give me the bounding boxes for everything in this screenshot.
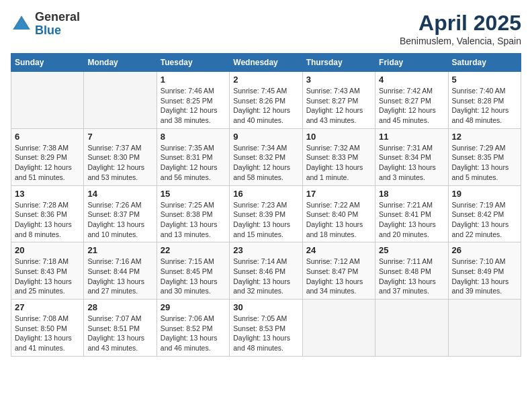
day-number: 12 <box>452 132 517 142</box>
day-number: 26 <box>452 245 517 255</box>
day-info: Sunrise: 7:31 AM Sunset: 8:34 PM Dayligh… <box>379 143 444 183</box>
day-number: 4 <box>379 75 444 85</box>
logo: General Blue <box>11 11 80 38</box>
day-number: 29 <box>161 302 226 312</box>
day-cell: 19Sunrise: 7:19 AM Sunset: 8:42 PM Dayli… <box>448 185 521 242</box>
day-number: 23 <box>233 245 298 255</box>
day-number: 1 <box>161 75 226 85</box>
day-number: 24 <box>306 245 371 255</box>
day-info: Sunrise: 7:08 AM Sunset: 8:50 PM Dayligh… <box>15 314 80 353</box>
day-number: 6 <box>15 132 80 142</box>
header-row: SundayMondayTuesdayWednesdayThursdayFrid… <box>11 54 521 72</box>
day-cell: 2Sunrise: 7:45 AM Sunset: 8:26 PM Daylig… <box>230 72 302 129</box>
week-row-1: 1Sunrise: 7:46 AM Sunset: 8:25 PM Daylig… <box>11 72 521 129</box>
day-number: 28 <box>87 302 152 312</box>
header-day-wednesday: Wednesday <box>230 54 302 72</box>
logo-blue: Blue <box>35 24 80 38</box>
day-cell <box>11 72 84 129</box>
day-cell: 14Sunrise: 7:26 AM Sunset: 8:37 PM Dayli… <box>84 185 157 242</box>
day-cell: 21Sunrise: 7:16 AM Sunset: 8:44 PM Dayli… <box>84 242 157 300</box>
header-day-monday: Monday <box>84 54 157 72</box>
day-cell: 7Sunrise: 7:37 AM Sunset: 8:30 PM Daylig… <box>84 128 157 185</box>
day-number: 21 <box>87 245 152 255</box>
day-info: Sunrise: 7:19 AM Sunset: 8:42 PM Dayligh… <box>452 200 517 240</box>
day-info: Sunrise: 7:32 AM Sunset: 8:33 PM Dayligh… <box>306 143 371 183</box>
day-cell: 20Sunrise: 7:18 AM Sunset: 8:43 PM Dayli… <box>11 242 84 300</box>
day-cell: 18Sunrise: 7:21 AM Sunset: 8:41 PM Dayli… <box>375 185 448 242</box>
header-day-saturday: Saturday <box>448 54 521 72</box>
day-number: 25 <box>379 245 444 255</box>
day-number: 16 <box>233 189 298 199</box>
logo-icon <box>11 13 32 35</box>
day-cell: 13Sunrise: 7:28 AM Sunset: 8:36 PM Dayli… <box>11 185 84 242</box>
day-number: 22 <box>161 245 226 255</box>
day-cell: 11Sunrise: 7:31 AM Sunset: 8:34 PM Dayli… <box>375 128 448 185</box>
day-info: Sunrise: 7:10 AM Sunset: 8:49 PM Dayligh… <box>452 257 517 296</box>
day-info: Sunrise: 7:23 AM Sunset: 8:39 PM Dayligh… <box>233 200 298 240</box>
day-info: Sunrise: 7:15 AM Sunset: 8:45 PM Dayligh… <box>161 257 226 296</box>
day-info: Sunrise: 7:40 AM Sunset: 8:28 PM Dayligh… <box>452 86 517 126</box>
day-cell: 26Sunrise: 7:10 AM Sunset: 8:49 PM Dayli… <box>448 242 521 300</box>
day-info: Sunrise: 7:16 AM Sunset: 8:44 PM Dayligh… <box>87 257 152 296</box>
day-cell: 3Sunrise: 7:43 AM Sunset: 8:27 PM Daylig… <box>302 72 375 129</box>
day-info: Sunrise: 7:14 AM Sunset: 8:46 PM Dayligh… <box>233 257 298 296</box>
day-info: Sunrise: 7:11 AM Sunset: 8:48 PM Dayligh… <box>379 257 444 296</box>
header-day-friday: Friday <box>375 54 448 72</box>
day-cell: 22Sunrise: 7:15 AM Sunset: 8:45 PM Dayli… <box>157 242 229 300</box>
day-cell: 25Sunrise: 7:11 AM Sunset: 8:48 PM Dayli… <box>375 242 448 300</box>
calendar-table: SundayMondayTuesdayWednesdayThursdayFrid… <box>11 53 521 357</box>
calendar-body: 1Sunrise: 7:46 AM Sunset: 8:25 PM Daylig… <box>11 72 521 357</box>
day-number: 3 <box>306 75 371 85</box>
day-number: 2 <box>233 75 298 85</box>
header-day-sunday: Sunday <box>11 54 84 72</box>
day-info: Sunrise: 7:38 AM Sunset: 8:29 PM Dayligh… <box>15 143 80 183</box>
header-day-tuesday: Tuesday <box>157 54 229 72</box>
day-info: Sunrise: 7:26 AM Sunset: 8:37 PM Dayligh… <box>87 200 152 240</box>
day-cell: 5Sunrise: 7:40 AM Sunset: 8:28 PM Daylig… <box>448 72 521 129</box>
day-number: 15 <box>161 189 226 199</box>
day-info: Sunrise: 7:43 AM Sunset: 8:27 PM Dayligh… <box>306 86 371 126</box>
week-row-5: 27Sunrise: 7:08 AM Sunset: 8:50 PM Dayli… <box>11 300 521 357</box>
day-number: 27 <box>15 302 80 312</box>
day-info: Sunrise: 7:28 AM Sunset: 8:36 PM Dayligh… <box>15 200 80 240</box>
day-cell <box>84 72 157 129</box>
day-cell <box>302 300 375 357</box>
day-cell: 29Sunrise: 7:06 AM Sunset: 8:52 PM Dayli… <box>157 300 229 357</box>
day-info: Sunrise: 7:45 AM Sunset: 8:26 PM Dayligh… <box>233 86 298 126</box>
day-info: Sunrise: 7:29 AM Sunset: 8:35 PM Dayligh… <box>452 143 517 183</box>
day-cell: 4Sunrise: 7:42 AM Sunset: 8:27 PM Daylig… <box>375 72 448 129</box>
day-info: Sunrise: 7:22 AM Sunset: 8:40 PM Dayligh… <box>306 200 371 240</box>
logo-general: General <box>35 11 80 24</box>
day-cell: 24Sunrise: 7:12 AM Sunset: 8:47 PM Dayli… <box>302 242 375 300</box>
day-number: 17 <box>306 189 371 199</box>
day-number: 14 <box>87 189 152 199</box>
calendar-header: SundayMondayTuesdayWednesdayThursdayFrid… <box>11 54 521 72</box>
day-number: 9 <box>233 132 298 142</box>
day-cell: 15Sunrise: 7:25 AM Sunset: 8:38 PM Dayli… <box>157 185 229 242</box>
day-cell: 8Sunrise: 7:35 AM Sunset: 8:31 PM Daylig… <box>157 128 229 185</box>
day-number: 30 <box>233 302 298 312</box>
day-number: 20 <box>15 245 80 255</box>
day-info: Sunrise: 7:12 AM Sunset: 8:47 PM Dayligh… <box>306 257 371 296</box>
week-row-4: 20Sunrise: 7:18 AM Sunset: 8:43 PM Dayli… <box>11 242 521 300</box>
header: General Blue April 2025 Benimuslem, Vale… <box>11 11 521 46</box>
day-number: 8 <box>161 132 226 142</box>
day-info: Sunrise: 7:06 AM Sunset: 8:52 PM Dayligh… <box>161 314 226 353</box>
month-title: April 2025 <box>400 11 521 36</box>
day-cell: 17Sunrise: 7:22 AM Sunset: 8:40 PM Dayli… <box>302 185 375 242</box>
day-cell: 10Sunrise: 7:32 AM Sunset: 8:33 PM Dayli… <box>302 128 375 185</box>
day-number: 13 <box>15 189 80 199</box>
day-info: Sunrise: 7:34 AM Sunset: 8:32 PM Dayligh… <box>233 143 298 183</box>
location: Benimuslem, Valencia, Spain <box>400 36 521 46</box>
day-number: 18 <box>379 189 444 199</box>
day-number: 19 <box>452 189 517 199</box>
day-info: Sunrise: 7:42 AM Sunset: 8:27 PM Dayligh… <box>379 86 444 126</box>
day-cell <box>375 300 448 357</box>
day-number: 11 <box>379 132 444 142</box>
day-cell: 6Sunrise: 7:38 AM Sunset: 8:29 PM Daylig… <box>11 128 84 185</box>
day-number: 5 <box>452 75 517 85</box>
day-info: Sunrise: 7:18 AM Sunset: 8:43 PM Dayligh… <box>15 257 80 296</box>
header-day-thursday: Thursday <box>302 54 375 72</box>
week-row-3: 13Sunrise: 7:28 AM Sunset: 8:36 PM Dayli… <box>11 185 521 242</box>
day-info: Sunrise: 7:21 AM Sunset: 8:41 PM Dayligh… <box>379 200 444 240</box>
